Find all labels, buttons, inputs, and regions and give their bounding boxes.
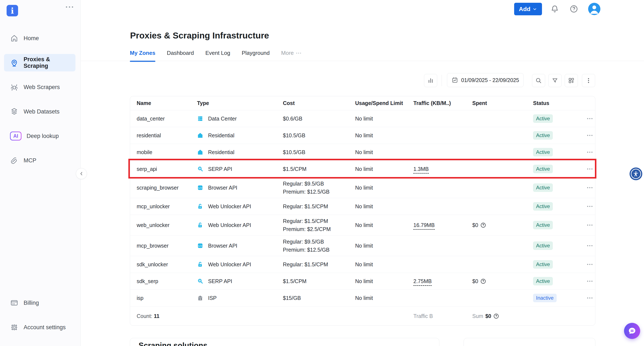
table-row-scraping-browser[interactable]: scraping_browser</>Browser APIRegular: $… (130, 178, 595, 198)
sidebar-item-mcp[interactable]: MCP (4, 152, 76, 169)
row-menu-button[interactable] (586, 280, 594, 282)
tab-my-zones[interactable]: My Zones (130, 50, 155, 62)
status-badge: Active (533, 242, 553, 250)
table-row-sdk-unlocker[interactable]: sdk_unlockerWeb Unlocker APIRegular: $1.… (130, 256, 595, 273)
traffic-value[interactable]: 2.75MB (414, 278, 432, 286)
layers-icon (10, 107, 18, 116)
traffic-value[interactable]: 1.3MB (414, 166, 429, 174)
tab-playground[interactable]: Playground (242, 50, 270, 62)
row-menu-button[interactable] (586, 224, 594, 226)
zone-name: data_center (137, 116, 197, 122)
row-actions (586, 168, 598, 170)
zone-name: scraping_browser (137, 185, 197, 191)
table-row-residential[interactable]: residentialResidential$10.5/GBNo limitAc… (130, 127, 595, 144)
filter-button[interactable] (548, 74, 562, 87)
cost-line: Premium: $2.5/CPM (283, 225, 353, 233)
status-badge: Active (533, 114, 553, 123)
help-circle-icon[interactable] (480, 278, 486, 284)
zone-type: </>Browser API (197, 184, 283, 191)
sidebar-item-web-scrapers[interactable]: Web Scrapers (4, 78, 76, 96)
cost-line: Premium: $12.5/GB (283, 246, 353, 254)
zone-cost: Regular: $1.5/CPMPremium: $2.5/CPM (283, 217, 355, 233)
table-header-row: NameTypeCostUsage/Spend LimitTraffic (KB… (130, 96, 595, 110)
table-menu-button[interactable] (582, 74, 595, 87)
chart-view-button[interactable] (424, 74, 437, 87)
table-row-isp[interactable]: ispsISP$15/GBNo limitInactive (130, 290, 595, 306)
help-icon[interactable] (569, 4, 578, 14)
row-menu-button[interactable] (586, 205, 594, 208)
row-menu-button[interactable] (586, 297, 594, 299)
sidebar-item-deep-lookup[interactable]: AIDeep lookup (4, 127, 76, 145)
status-cell: Active (533, 114, 586, 123)
spent-value: $0 (472, 222, 478, 228)
sidebar-menu-ellipsis-icon[interactable] (65, 6, 74, 8)
table-row-data-center[interactable]: data_centerData Center$0.6/GBNo limitAct… (130, 110, 595, 127)
customize-columns-button[interactable] (565, 74, 578, 87)
table-row-mcp-unlocker[interactable]: mcp_unlockerWeb Unlocker APIRegular: $1.… (130, 198, 595, 215)
status-badge: Active (533, 131, 553, 140)
row-menu-button[interactable] (586, 244, 594, 247)
cost-line: Regular: $1.5/CPM (283, 260, 353, 268)
zone-cost: $10.5/GB (283, 131, 355, 140)
chat-widget-button[interactable] (624, 323, 640, 339)
sidebar-item-billing[interactable]: Billing (4, 294, 76, 312)
sidebar-item-label: Web Scrapers (24, 84, 60, 90)
zone-type: </>Browser API (197, 242, 283, 249)
row-menu-button[interactable] (586, 186, 594, 189)
row-menu-button[interactable] (586, 117, 594, 120)
zone-type: Data Center (197, 116, 283, 122)
sidebar-item-web-datasets[interactable]: Web Datasets (4, 103, 76, 120)
sidebar-item-label: Account settings (24, 324, 66, 331)
svg-text:s: s (200, 298, 201, 300)
row-menu-button[interactable] (586, 168, 594, 170)
traffic-value[interactable]: 16.79MB (414, 222, 435, 230)
sidebar-item-proxies-scraping[interactable]: Proxies & Scraping (4, 54, 76, 72)
tab-dashboard[interactable]: Dashboard (167, 50, 194, 62)
traffic-sum-label: Traffic B (414, 313, 472, 319)
chevron-down-icon (532, 6, 537, 12)
status-badge: Active (533, 260, 553, 269)
zone-type: Web Unlocker API (197, 222, 283, 228)
table-row-serp-api[interactable]: serp_apiSERP API$1.5/CPMNo limit1.3MBAct… (130, 161, 595, 178)
spent-value: $0 (472, 278, 478, 284)
table-row-mobile[interactable]: mobileResidential$10.5/GBNo limitActive (130, 144, 595, 161)
cost-line: Premium: $12.5/GB (283, 188, 353, 196)
status-cell: Active (533, 165, 586, 173)
brand-logo: i (6, 5, 18, 16)
column-header-cost: Cost (283, 100, 355, 106)
table-row-web-unlocker[interactable]: web_unlockerWeb Unlocker APIRegular: $1.… (130, 215, 595, 236)
add-button[interactable]: Add (514, 3, 542, 15)
house-icon (197, 132, 204, 138)
accessibility-widget-button[interactable] (630, 168, 642, 180)
sidebar-collapse-button[interactable] (76, 168, 87, 179)
row-menu-button[interactable] (586, 134, 594, 137)
zone-name: serp_api (137, 166, 197, 172)
tab-label: Dashboard (167, 50, 194, 56)
zone-cost: Regular: $1.5/CPM (283, 260, 355, 268)
zone-type-label: ISP (208, 295, 216, 301)
tab-more[interactable]: More (281, 50, 302, 62)
table-row-mcp-browser[interactable]: mcp_browser</>Browser APIRegular: $9.5/G… (130, 236, 595, 256)
chat-bubble-icon (628, 326, 636, 335)
sidebar-item-home[interactable]: Home (4, 30, 76, 47)
house-icon (197, 149, 204, 155)
table-row-sdk-serp[interactable]: sdk_serpSERP API$1.5/CPMNo limit2.75MB$0… (130, 273, 595, 290)
date-range-picker[interactable]: 01/09/2025 - 22/09/2025 (447, 73, 524, 87)
sidebar-item-label: Proxies & Scraping (24, 56, 76, 69)
help-circle-icon[interactable] (480, 222, 486, 228)
row-menu-button[interactable] (586, 151, 594, 154)
search-button[interactable] (532, 74, 545, 87)
help-circle-icon[interactable] (493, 313, 499, 319)
row-actions (586, 297, 598, 299)
notifications-bell-icon[interactable] (550, 4, 560, 14)
sidebar-item-account-settings[interactable]: Account settings (4, 318, 76, 336)
search-icon (535, 77, 542, 84)
user-avatar[interactable] (588, 3, 600, 15)
server-icon (197, 116, 204, 122)
zone-name: sdk_unlocker (137, 262, 197, 268)
row-menu-button[interactable] (586, 263, 594, 266)
status-badge: Active (533, 202, 553, 210)
tab-event-log[interactable]: Event Log (205, 50, 230, 62)
zone-type: SERP API (197, 166, 283, 172)
cost-line: $1.5/CPM (283, 165, 353, 173)
